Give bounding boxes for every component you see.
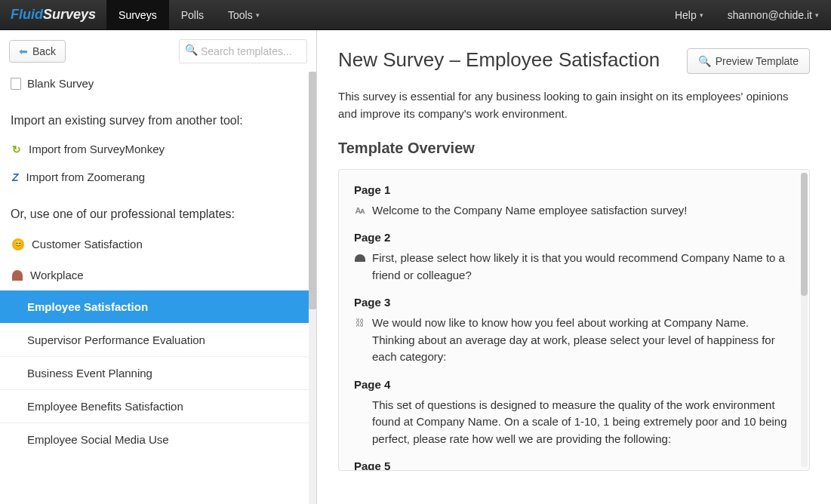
nav-user[interactable]: shannon@chide.it▾ — [716, 0, 831, 29]
question-row: This set of questions is designed to mea… — [354, 397, 794, 448]
nav-polls[interactable]: Polls — [169, 0, 216, 29]
template-description: This survey is essential for any busines… — [338, 88, 810, 123]
category-workplace[interactable]: Workplace — [0, 260, 309, 290]
template-employee-satisfaction[interactable]: Employee Satisfaction — [0, 290, 309, 323]
import-heading: Import an existing survey from another t… — [0, 97, 309, 135]
back-button[interactable]: ⬅ Back — [9, 40, 66, 63]
chevron-down-icon: ▾ — [700, 11, 703, 19]
matrix-icon — [354, 316, 366, 330]
page-label: Page 2 — [354, 231, 794, 244]
category-customer-satisfaction[interactable]: 😊 Customer Satisfaction — [0, 229, 309, 260]
sidebar-scrollbar[interactable] — [309, 72, 316, 504]
page-label: Page 1 — [354, 183, 794, 196]
nav-surveys[interactable]: Surveys — [106, 0, 169, 29]
brand-part1: Fluid — [11, 7, 43, 23]
gauge-icon — [354, 251, 366, 266]
import-zoomerang[interactable]: Z Import from Zoomerang — [0, 163, 309, 191]
overview-scrollbar[interactable] — [801, 173, 808, 467]
content: New Survey – Employee Satisfaction 🔍 Pre… — [317, 30, 831, 504]
arrow-left-icon: ⬅ — [19, 45, 28, 57]
templates-heading: Or, use one of our professional template… — [0, 191, 309, 229]
template-benefits-satisfaction[interactable]: Employee Benefits Satisfaction — [0, 389, 309, 423]
person-icon — [12, 270, 23, 281]
brand-logo[interactable]: FluidSurveys — [0, 0, 106, 29]
page-label: Page 4 — [354, 378, 794, 391]
template-overview-panel: Page 1 Welcome to the Company Name emplo… — [338, 169, 810, 471]
template-social-media-use[interactable]: Employee Social Media Use — [0, 423, 309, 456]
question-row: We would now like to know how you feel a… — [354, 315, 794, 366]
surveymonkey-icon: ↻ — [12, 143, 21, 155]
page-label: Page 3 — [354, 296, 794, 309]
blank-survey-item[interactable]: Blank Survey — [0, 69, 309, 97]
sidebar: ⬅ Back 🔍 Blank Survey Import an existing… — [0, 30, 317, 504]
page-title: New Survey – Employee Satisfaction — [338, 48, 660, 72]
preview-template-button[interactable]: 🔍 Preview Template — [687, 48, 810, 74]
overview-heading: Template Overview — [338, 140, 810, 157]
brand-part2: Surveys — [43, 7, 96, 23]
import-surveymonkey[interactable]: ↻ Import from SurveyMonkey — [0, 135, 309, 163]
search-input[interactable] — [179, 39, 307, 63]
top-nav: FluidSurveys Surveys Polls Tools▾ Help▾ … — [0, 0, 831, 30]
template-business-event-planning[interactable]: Business Event Planning — [0, 356, 309, 389]
text-section-icon — [354, 204, 366, 217]
search-icon: 🔍 — [185, 44, 198, 56]
zoomerang-icon: Z — [12, 171, 19, 183]
nav-tools[interactable]: Tools▾ — [216, 0, 272, 29]
page-label: Page 5 — [354, 459, 794, 470]
nav-help[interactable]: Help▾ — [663, 0, 716, 29]
smiley-icon: 😊 — [12, 238, 24, 250]
template-supervisor-evaluation[interactable]: Supervisor Performance Evaluation — [0, 323, 309, 356]
chevron-down-icon: ▾ — [815, 11, 819, 19]
chevron-down-icon: ▾ — [256, 11, 260, 19]
scrollbar-thumb[interactable] — [309, 72, 316, 309]
question-row: First, please select how likely it is th… — [354, 250, 794, 284]
document-icon — [11, 78, 21, 90]
magnifier-icon: 🔍 — [698, 55, 711, 67]
scrollbar-thumb[interactable] — [801, 173, 808, 297]
question-row: Welcome to the Company Name employee sat… — [354, 202, 794, 220]
